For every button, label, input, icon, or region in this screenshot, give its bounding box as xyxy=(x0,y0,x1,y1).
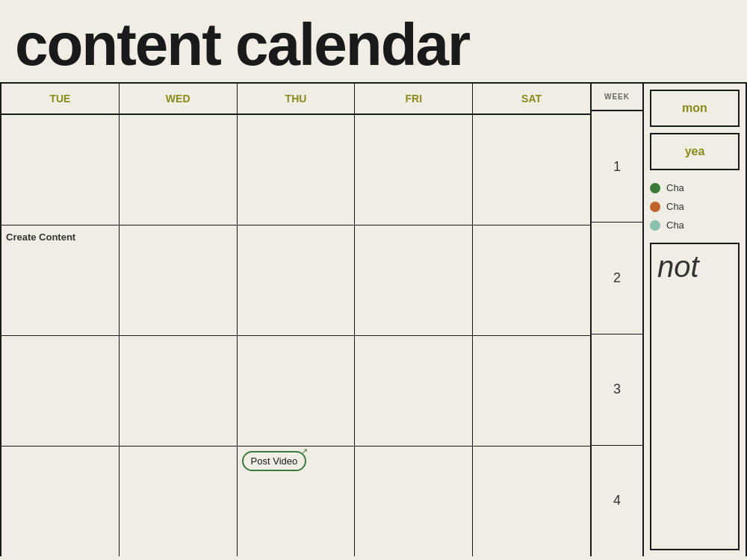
calendar-cell[interactable] xyxy=(1,115,120,225)
notes-text: not xyxy=(657,250,699,283)
day-header-wed: WED xyxy=(120,84,238,113)
notes-area[interactable]: not xyxy=(650,243,740,550)
calendar-cell[interactable] xyxy=(120,336,238,446)
calendar-cell[interactable] xyxy=(355,447,473,556)
calendar-cell[interactable] xyxy=(473,336,590,446)
create-content-label: Create Content xyxy=(6,231,75,243)
main-area: TUE WED THU FRI SAT C xyxy=(0,82,747,556)
legend-dot-orange xyxy=(650,202,660,212)
legend-label-1: Cha xyxy=(666,182,684,193)
day-header-thu: THU xyxy=(238,84,356,113)
calendar-cell[interactable] xyxy=(355,115,473,225)
week-cell-1: 1 xyxy=(592,111,642,223)
legend-area: Cha Cha Cha xyxy=(644,170,746,243)
calendar-row-1 xyxy=(1,115,590,225)
week-header: WEEK xyxy=(592,84,642,111)
calendar-cell[interactable] xyxy=(473,225,590,335)
day-header-tue: TUE xyxy=(1,84,120,113)
calendar-row-2: Create Content xyxy=(1,225,590,336)
post-video-badge[interactable]: Post Video xyxy=(242,451,307,471)
calendar-row-4: Post Video xyxy=(1,447,590,556)
calendar-cell[interactable] xyxy=(1,336,120,446)
page-wrapper: content calendar TUE WED THU FRI SAT xyxy=(0,0,747,560)
legend-item-2: Cha xyxy=(650,201,740,212)
legend-label-3: Cha xyxy=(666,220,684,231)
year-button[interactable]: yea xyxy=(650,133,740,170)
week-cell-4: 4 xyxy=(592,446,642,556)
calendar-cell[interactable] xyxy=(238,225,356,335)
calendar-cell[interactable] xyxy=(238,336,356,446)
calendar-cell[interactable] xyxy=(1,447,120,556)
calendar-section: TUE WED THU FRI SAT C xyxy=(0,82,590,556)
calendar-row-3 xyxy=(1,336,590,447)
page-title: content calendar xyxy=(0,0,747,82)
day-header-fri: FRI xyxy=(355,84,473,113)
calendar-cell[interactable] xyxy=(355,336,473,446)
calendar-body: Create Content xyxy=(1,115,590,556)
legend-dot-green xyxy=(650,183,660,193)
calendar-cell[interactable] xyxy=(473,115,590,225)
calendar-cell[interactable] xyxy=(473,447,590,556)
calendar-cell[interactable] xyxy=(355,225,473,335)
day-header-sat: SAT xyxy=(473,84,590,113)
sidebar: mon yea Cha Cha Cha not xyxy=(642,82,747,556)
week-cell-2: 2 xyxy=(592,223,642,334)
legend-item-1: Cha xyxy=(650,182,740,193)
legend-label-2: Cha xyxy=(666,201,684,212)
week-body: 1 2 3 4 xyxy=(592,111,642,556)
calendar-cell[interactable] xyxy=(238,115,356,225)
week-column: WEEK 1 2 3 4 xyxy=(590,82,642,556)
calendar-cell[interactable] xyxy=(120,115,238,225)
month-button[interactable]: mon xyxy=(650,90,740,127)
calendar-cell-post-video[interactable]: Post Video xyxy=(238,447,356,556)
legend-item-3: Cha xyxy=(650,220,740,231)
calendar-cell-create-content[interactable]: Create Content xyxy=(1,225,120,335)
week-cell-3: 3 xyxy=(592,335,642,446)
calendar-cell[interactable] xyxy=(120,225,238,335)
legend-dot-lightgreen xyxy=(650,220,660,231)
calendar-cell[interactable] xyxy=(120,447,238,556)
day-headers-row: TUE WED THU FRI SAT xyxy=(1,84,590,115)
